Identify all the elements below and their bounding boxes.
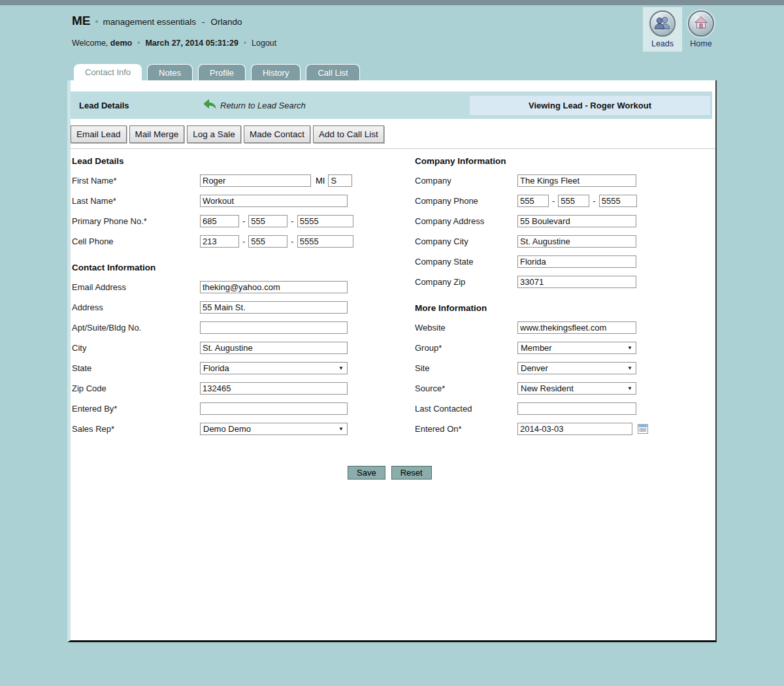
contact-information-section-title: Contact Information: [72, 263, 415, 272]
entered-on-row: Entered On*: [415, 422, 715, 436]
location-name: Orlando: [211, 17, 242, 27]
add-to-call-list-button[interactable]: Add to Call List: [313, 125, 384, 143]
company-state-input[interactable]: [517, 255, 636, 268]
content-panel: Lead Details Return to Lead Search Viewi…: [67, 80, 717, 642]
form-left-column: Lead DetailsFirst Name*MILast Name*Prima…: [71, 155, 415, 442]
phone-dash: -: [291, 237, 293, 246]
tab-contact-info[interactable]: Contact Info: [74, 64, 142, 80]
save-button[interactable]: Save: [348, 466, 385, 480]
last-name-input[interactable]: [200, 195, 348, 207]
company-label: Company: [415, 176, 517, 186]
email-address-row: Email Address: [72, 280, 415, 294]
chevron-down-icon: ▼: [627, 385, 632, 391]
company-address-label: Company Address: [415, 216, 517, 226]
city-row: City: [72, 341, 415, 355]
cell-phone-part2-input[interactable]: [248, 235, 287, 248]
apt-suite-bldg-no-input[interactable]: [200, 321, 348, 334]
nav-home-button[interactable]: Home: [685, 10, 717, 48]
mail-merge-button[interactable]: Mail Merge: [129, 125, 185, 143]
sales-rep-label: Sales Rep*: [72, 424, 200, 434]
site-select[interactable]: Denver▼: [517, 362, 636, 374]
company-state-row: Company State: [415, 255, 715, 269]
viewing-lead-badge: Viewing Lead - Roger Workout: [470, 96, 710, 115]
divider: [71, 148, 715, 149]
company-city-input[interactable]: [517, 235, 636, 248]
group-row: Group*Member▼: [415, 341, 715, 355]
return-to-lead-search-link[interactable]: Return to Lead Search: [203, 99, 306, 112]
form-actions: Save Reset: [348, 466, 715, 480]
entered-by-label: Entered By*: [72, 404, 200, 414]
log-a-sale-button[interactable]: Log a Sale: [187, 125, 241, 143]
cell-phone-part1-input[interactable]: [200, 235, 239, 248]
first-name-input[interactable]: [200, 174, 311, 187]
site-row: SiteDenver▼: [415, 361, 715, 375]
sales-rep-select[interactable]: Demo Demo▼: [200, 423, 348, 435]
tab-call-list[interactable]: Call List: [306, 64, 359, 80]
entered-on-input[interactable]: [517, 423, 632, 435]
city-input[interactable]: [200, 342, 348, 354]
app-logo: ME: [72, 14, 91, 27]
company-row: Company: [415, 174, 715, 188]
return-link-text: Return to Lead Search: [220, 101, 306, 110]
company-city-row: Company City: [415, 235, 715, 248]
company-address-input[interactable]: [517, 215, 636, 227]
tab-notes[interactable]: Notes: [147, 64, 193, 80]
state-label: State: [72, 363, 200, 373]
website-input[interactable]: [517, 321, 636, 334]
company-phone-part2-input[interactable]: [558, 195, 589, 207]
home-icon: [693, 16, 709, 32]
mi-input[interactable]: [328, 174, 352, 187]
group-label: Group*: [415, 343, 517, 353]
company-input[interactable]: [517, 174, 636, 187]
leads-circle[interactable]: [649, 10, 676, 37]
zip-code-input[interactable]: [200, 382, 348, 395]
phone-dash: -: [593, 196, 595, 206]
home-circle[interactable]: [688, 10, 714, 37]
welcome-bar: Welcome, demo•March 27, 2014 05:31:29•Lo…: [72, 39, 276, 48]
first-name-label: First Name*: [72, 176, 200, 186]
tab-history[interactable]: History: [251, 64, 301, 80]
company-zip-input[interactable]: [517, 276, 636, 288]
calendar-icon[interactable]: [638, 424, 648, 434]
primary-phone-no-part2-input[interactable]: [248, 215, 287, 227]
cell-phone-part3-input[interactable]: [297, 235, 353, 248]
phone-dash: -: [291, 216, 293, 226]
state-select[interactable]: Florida▼: [200, 362, 348, 374]
primary-phone-no-part1-input[interactable]: [200, 215, 239, 227]
nav-leads-button[interactable]: Leads: [643, 7, 682, 52]
logout-link[interactable]: Logout: [252, 39, 276, 48]
people-icon: [654, 16, 671, 32]
leads-label: Leads: [651, 39, 674, 48]
chevron-down-icon: ▼: [627, 345, 632, 351]
chevron-down-icon: ▼: [627, 365, 632, 371]
email-address-input[interactable]: [200, 281, 348, 293]
tab-profile[interactable]: Profile: [198, 64, 246, 80]
lead-details-bar: Lead Details Return to Lead Search Viewi…: [71, 91, 712, 119]
form-right-column: Company InformationCompanyCompany Phone-…: [415, 155, 715, 442]
last-name-row: Last Name*: [72, 194, 415, 208]
city-label: City: [72, 343, 200, 353]
group-selected-value: Member: [521, 343, 552, 353]
address-input[interactable]: [200, 301, 348, 314]
datetime: March 27, 2014 05:31:29: [145, 39, 238, 48]
email-address-label: Email Address: [72, 282, 200, 292]
company-phone-part3-input[interactable]: [599, 195, 637, 207]
website-label: Website: [415, 323, 517, 333]
separator-dash: -: [202, 17, 205, 27]
source-select[interactable]: New Resident▼: [517, 382, 636, 395]
phone-dash: -: [242, 237, 245, 246]
company-state-label: Company State: [415, 257, 517, 267]
last-contacted-input[interactable]: [517, 402, 636, 415]
reset-button[interactable]: Reset: [391, 466, 432, 480]
group-select[interactable]: Member▼: [517, 342, 636, 354]
primary-phone-no-part3-input[interactable]: [297, 215, 353, 227]
entered-by-input[interactable]: [200, 402, 348, 415]
company-phone-part1-input[interactable]: [517, 195, 549, 207]
cell-phone-label: Cell Phone: [72, 237, 200, 246]
lead-details-title: Lead Details: [79, 101, 138, 110]
email-lead-button[interactable]: Email Lead: [71, 125, 127, 143]
made-contact-button[interactable]: Made Contact: [244, 125, 310, 143]
chevron-down-icon: ▼: [338, 365, 344, 371]
primary-phone-no-label: Primary Phone No.*: [72, 216, 200, 226]
apt-suite-bldg-no-row: Apt/Suite/Bldg No.: [72, 321, 415, 335]
